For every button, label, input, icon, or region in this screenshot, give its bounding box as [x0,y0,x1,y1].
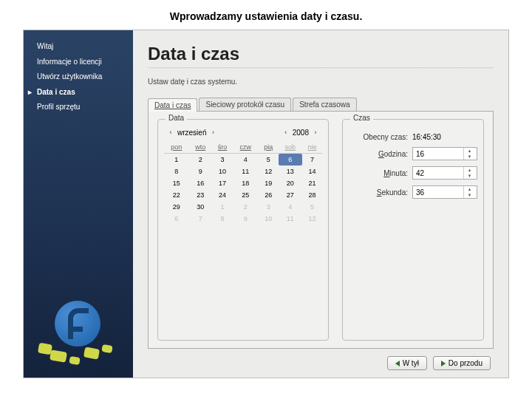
tab-0[interactable]: Data i czas [148,98,197,112]
calendar-day[interactable]: 16 [189,177,212,189]
calendar-day[interactable]: 13 [279,166,302,177]
calendar-day[interactable]: 26 [259,189,279,201]
calendar-day[interactable]: 1 [212,201,233,213]
minute-spinner[interactable]: ▲▼ [412,166,477,180]
second-input[interactable] [413,186,463,198]
calendar-day[interactable]: 9 [189,166,212,177]
calendar-day[interactable]: 6 [164,213,189,225]
sidebar-item-0[interactable]: Witaj [24,39,133,55]
day-header: wto [189,141,212,154]
calendar-day[interactable]: 12 [302,213,322,225]
calendar-day[interactable]: 3 [259,201,279,213]
day-header: śro [212,141,233,154]
calendar-day[interactable]: 2 [189,154,212,166]
calendar-day[interactable]: 25 [233,189,259,201]
calendar-day[interactable]: 21 [302,177,322,189]
second-down-icon[interactable]: ▼ [464,192,475,198]
second-label: Sekunda: [377,188,408,197]
back-button[interactable]: W tył [387,356,427,370]
second-up-icon[interactable]: ▲ [464,186,475,192]
date-groupbox: Data ‹ wrzesień › ‹ 2008 › [157,119,329,341]
current-time-value: 16:45:30 [412,133,477,141]
calendar-day[interactable]: 4 [233,154,259,166]
minute-up-icon[interactable]: ▲ [464,167,475,173]
forward-button[interactable]: Do przodu [433,356,491,370]
day-header: nie [302,141,322,154]
day-header: pon [164,141,189,154]
day-header: pią [259,141,279,154]
day-header: sob [279,141,302,154]
year-label: 2008 [293,129,309,137]
arrow-right-icon [441,361,446,366]
month-label: wrzesień [177,129,206,137]
calendar-day[interactable]: 5 [259,154,279,166]
minute-label: Minuta: [383,169,408,177]
calendar-day[interactable]: 20 [279,177,302,189]
calendar-day[interactable]: 14 [302,166,322,177]
calendar-nav: ‹ wrzesień › ‹ 2008 › [164,127,322,141]
sidebar-item-4[interactable]: Profil sprzętu [24,100,133,115]
tab-content: Data ‹ wrzesień › ‹ 2008 › [148,112,494,349]
hour-input[interactable] [413,148,463,160]
calendar-day[interactable]: 19 [259,177,279,189]
tab-bar: Data i czasSieciowy protokół czasuStrefa… [148,98,494,112]
sidebar-item-3[interactable]: Data i czas [24,85,133,100]
arrow-left-icon [395,361,400,366]
time-groupbox: Czas Obecny czas: 16:45:30 Godzina: ▲▼ M… [342,119,484,341]
calendar-day[interactable]: 11 [279,213,302,225]
calendar[interactable]: ponwtośroczwpiąsobnie 123456789101112131… [164,141,322,225]
calendar-day[interactable]: 3 [212,154,233,166]
page-subtitle: Ustaw datę i czas systemu. [148,78,494,86]
calendar-day[interactable]: 2 [233,201,259,213]
fedora-logo [34,301,123,367]
prev-year-button[interactable]: ‹ [282,129,290,137]
tab-2[interactable]: Strefa czasowa [293,98,356,111]
next-month-button[interactable]: › [209,129,216,137]
time-group-label: Czas [350,114,373,122]
page-caption: Wprowadzamy ustawienia daty i czasu. [0,0,532,30]
calendar-day[interactable]: 9 [233,213,259,225]
next-year-button[interactable]: › [312,129,319,137]
main-panel: Data i czas Ustaw datę i czas systemu. D… [133,30,508,378]
prev-month-button[interactable]: ‹ [167,129,174,137]
sidebar-item-2[interactable]: Utwórz użytkownika [24,69,133,85]
minute-input[interactable] [413,167,463,179]
day-header: czw [233,141,259,154]
calendar-day[interactable]: 28 [302,189,322,201]
calendar-day[interactable]: 7 [302,154,322,166]
calendar-day[interactable]: 30 [189,201,212,213]
calendar-day[interactable]: 7 [189,213,212,225]
calendar-day[interactable]: 8 [212,213,233,225]
page-title: Data i czas [148,44,494,64]
hour-down-icon[interactable]: ▼ [464,154,475,160]
calendar-day[interactable]: 5 [302,201,322,213]
calendar-day[interactable]: 6 [279,154,302,166]
tab-1[interactable]: Sieciowy protokół czasu [199,98,291,111]
forward-button-label: Do przodu [449,359,482,367]
calendar-day[interactable]: 11 [233,166,259,177]
hour-spinner[interactable]: ▲▼ [412,147,477,160]
calendar-day[interactable]: 8 [164,166,189,177]
footer: W tył Do przodu [148,349,494,370]
calendar-day[interactable]: 4 [279,201,302,213]
date-group-label: Data [166,114,187,122]
installer-window: WitajInformacje o licencjiUtwórz użytkow… [23,30,509,378]
sidebar: WitajInformacje o licencjiUtwórz użytkow… [24,30,133,378]
calendar-day[interactable]: 10 [212,166,233,177]
hour-up-icon[interactable]: ▲ [464,148,475,154]
second-spinner[interactable]: ▲▼ [412,185,477,199]
calendar-day[interactable]: 24 [212,189,233,201]
back-button-label: W tył [403,359,419,367]
calendar-day[interactable]: 22 [164,189,189,201]
sidebar-item-1[interactable]: Informacje o licencji [24,55,133,70]
minute-down-icon[interactable]: ▼ [464,173,475,179]
calendar-day[interactable]: 27 [279,189,302,201]
calendar-day[interactable]: 15 [164,177,189,189]
calendar-day[interactable]: 18 [233,177,259,189]
calendar-day[interactable]: 17 [212,177,233,189]
calendar-day[interactable]: 10 [259,213,279,225]
calendar-day[interactable]: 23 [189,189,212,201]
calendar-day[interactable]: 12 [259,166,279,177]
calendar-day[interactable]: 29 [164,201,189,213]
calendar-day[interactable]: 1 [164,154,189,166]
